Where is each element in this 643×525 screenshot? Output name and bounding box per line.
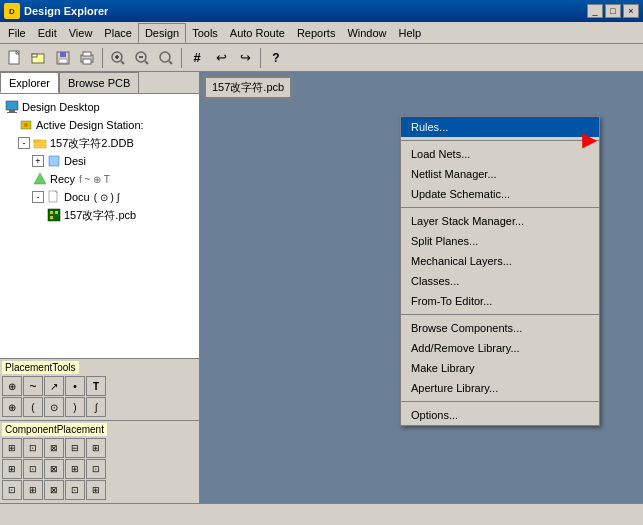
menu-item-layerstack[interactable]: Layer Stack Manager... [401, 211, 599, 231]
pt-btn-10[interactable]: ∫ [86, 397, 106, 417]
maximize-button[interactable]: □ [605, 4, 621, 18]
tree-item-desi[interactable]: + Desi [4, 152, 195, 170]
docu-tools: ( ⊙ ) ∫ [94, 192, 120, 203]
svg-rect-8 [60, 52, 66, 57]
left-panel: Explorer Browse PCB Design Desktop Activ… [0, 72, 200, 503]
tree-item-pcb[interactable]: 157改字符.pcb [4, 206, 195, 224]
tree-expand-desi[interactable]: + [32, 155, 44, 167]
tree-expand-ddb[interactable]: - [18, 137, 30, 149]
menu-item-classes[interactable]: Classes... [401, 271, 599, 291]
svg-rect-31 [49, 191, 57, 202]
cp-btn-12[interactable]: ⊞ [23, 480, 43, 500]
cp-btn-7[interactable]: ⊡ [23, 459, 43, 479]
doc-icon [46, 189, 62, 205]
pt-btn-1[interactable]: ⊕ [2, 376, 22, 396]
cp-btn-1[interactable]: ⊞ [2, 438, 22, 458]
pt-btn-5[interactable]: T [86, 376, 106, 396]
tree-label-desi: Desi [64, 155, 86, 167]
menu-item-mechanicallayers[interactable]: Mechanical Layers... [401, 251, 599, 271]
tree-item-ddb[interactable]: - 157改字符2.DDB [4, 134, 195, 152]
recy-icon [32, 171, 48, 187]
svg-rect-23 [9, 110, 15, 112]
svg-rect-35 [50, 216, 53, 219]
menu-window[interactable]: Window [341, 23, 392, 43]
tree-item-docu[interactable]: - Docu ( ⊙ ) ∫ [4, 188, 195, 206]
menu-item-fromtoeditor[interactable]: From-To Editor... [401, 291, 599, 311]
tab-explorer[interactable]: Explorer [0, 72, 59, 93]
panel-tabs: Explorer Browse PCB [0, 72, 199, 94]
menu-view[interactable]: View [63, 23, 99, 43]
menu-design[interactable]: Design [138, 23, 186, 43]
toolbar-redo[interactable]: ↪ [234, 47, 256, 69]
tree-item-recy[interactable]: Recy f ~ ⊕ T [4, 170, 195, 188]
toolbar-print[interactable] [76, 47, 98, 69]
menu-item-makelibrary[interactable]: Make Library [401, 358, 599, 378]
pt-btn-8[interactable]: ⊙ [44, 397, 64, 417]
toolbar-save[interactable] [52, 47, 74, 69]
menu-file[interactable]: File [2, 23, 32, 43]
app-icon: D [4, 3, 20, 19]
menu-item-netlist[interactable]: Netlist Manager... [401, 164, 599, 184]
svg-rect-33 [50, 211, 53, 214]
pt-row-2: ⊕ ( ⊙ ) ∫ [2, 397, 197, 417]
minimize-button[interactable]: _ [587, 4, 603, 18]
cp-btn-4[interactable]: ⊟ [65, 438, 85, 458]
cp-btn-15[interactable]: ⊞ [86, 480, 106, 500]
cp-btn-11[interactable]: ⊡ [2, 480, 22, 500]
pt-btn-7[interactable]: ( [23, 397, 43, 417]
toolbar-undo[interactable]: ↩ [210, 47, 232, 69]
toolbar-zoom-out[interactable] [131, 47, 153, 69]
pt-btn-9[interactable]: ) [65, 397, 85, 417]
cp-btn-13[interactable]: ⊠ [44, 480, 64, 500]
menu-item-aperturelibrary[interactable]: Aperture Library... [401, 378, 599, 398]
tree-area: Design Desktop Active Design Station: - … [0, 94, 199, 358]
toolbar-help[interactable]: ? [265, 47, 287, 69]
tree-item-desktop[interactable]: Design Desktop [4, 98, 195, 116]
menu-item-addlibrary[interactable]: Add/Remove Library... [401, 338, 599, 358]
cp-btn-2[interactable]: ⊡ [23, 438, 43, 458]
placement-tools-label: PlacementTools [2, 361, 79, 374]
tree-expand-docu[interactable]: - [32, 191, 44, 203]
cp-btn-10[interactable]: ⊡ [86, 459, 106, 479]
tree-item-station[interactable]: Active Design Station: [4, 116, 195, 134]
toolbar-sep3 [260, 48, 261, 68]
menu-help[interactable]: Help [393, 23, 428, 43]
menu-tools[interactable]: Tools [186, 23, 224, 43]
pt-btn-4[interactable]: • [65, 376, 85, 396]
menu-item-rules[interactable]: Rules... [401, 117, 599, 137]
toolbar-zoom-in[interactable] [107, 47, 129, 69]
cp-btn-3[interactable]: ⊠ [44, 438, 64, 458]
menu-place[interactable]: Place [98, 23, 138, 43]
toolbar-zoom-fit[interactable] [155, 47, 177, 69]
cp-btn-8[interactable]: ⊠ [44, 459, 64, 479]
svg-rect-9 [59, 59, 67, 63]
dropdown-sep-2 [401, 207, 599, 208]
station-icon [18, 117, 34, 133]
menu-edit[interactable]: Edit [32, 23, 63, 43]
pt-btn-2[interactable]: ~ [23, 376, 43, 396]
cp-btn-6[interactable]: ⊞ [2, 459, 22, 479]
svg-line-21 [169, 61, 172, 64]
menu-item-options[interactable]: Options... [401, 405, 599, 425]
cp-btn-14[interactable]: ⊡ [65, 480, 85, 500]
menu-reports[interactable]: Reports [291, 23, 342, 43]
svg-line-14 [121, 61, 124, 64]
close-button[interactable]: × [623, 4, 639, 18]
toolbar-hash[interactable]: # [186, 47, 208, 69]
pt-btn-3[interactable]: ↗ [44, 376, 64, 396]
toolbar-open[interactable] [28, 47, 50, 69]
tab-browse-pcb[interactable]: Browse PCB [59, 72, 139, 93]
cp-btn-5[interactable]: ⊞ [86, 438, 106, 458]
menu-item-browsecomponents[interactable]: Browse Components... [401, 318, 599, 338]
pt-btn-6[interactable]: ⊕ [2, 397, 22, 417]
menu-autoroute[interactable]: Auto Route [224, 23, 291, 43]
menu-item-updateschematic[interactable]: Update Schematic... [401, 184, 599, 204]
toolbar-new[interactable] [4, 47, 26, 69]
svg-rect-11 [83, 52, 91, 56]
menu-item-loadnets[interactable]: Load Nets... [401, 144, 599, 164]
dropdown-overlay: Rules... Load Nets... Netlist Manager...… [200, 72, 643, 503]
toolbar-sep1 [102, 48, 103, 68]
desktop-icon [4, 99, 20, 115]
cp-btn-9[interactable]: ⊞ [65, 459, 85, 479]
menu-item-splitplanes[interactable]: Split Planes... [401, 231, 599, 251]
